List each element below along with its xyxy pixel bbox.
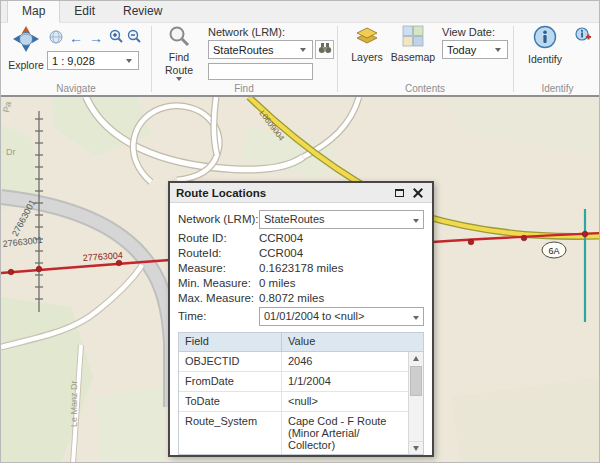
row-field: FromDate (179, 372, 282, 391)
arrow-right-icon: → (89, 30, 103, 46)
ribbon: Explore ← → (1, 23, 599, 95)
dialog-network-combobox[interactable]: StateRoutes (259, 210, 424, 229)
ribbon-group-identify: Identify Identify (514, 23, 600, 95)
contents-group-label: Contents (338, 83, 512, 94)
dialog-network-value: StateRoutes (264, 213, 413, 225)
basemap-button[interactable]: Basemap (390, 24, 436, 82)
fixed-zoom-globe-button[interactable] (47, 29, 65, 47)
value-column-header: Value (282, 333, 423, 351)
tab-edit[interactable]: Edit (60, 1, 109, 22)
close-icon (413, 188, 423, 198)
basemap-button-label: Basemap (391, 52, 435, 63)
row-value: Cape Cod - F Route (Minor Arterial/ Coll… (282, 412, 423, 454)
network-lrm-combobox[interactable]: StateRoutes (208, 40, 313, 59)
row-field: OBJECTID (179, 352, 282, 371)
identify-button[interactable]: Identify (522, 24, 568, 82)
table-row[interactable]: Route_System Cape Cod - F Route (Minor A… (179, 411, 423, 454)
layers-icon (355, 25, 379, 50)
max-measure-row: Max. Measure: 0.8072 miles (178, 290, 424, 305)
row-value: 1/1/2004 (282, 372, 423, 391)
row-field: Route_System (179, 412, 282, 454)
find-route-button[interactable]: Find Route (156, 24, 202, 82)
zoom-out-button[interactable] (125, 29, 143, 47)
routeid-value: CCR004 (259, 247, 303, 259)
chevron-down-icon (413, 213, 419, 225)
route-id-value: CCR004 (259, 232, 303, 244)
row-value: 2046 (282, 352, 423, 371)
min-measure-label: Min. Measure: (178, 277, 259, 289)
view-date-label: View Date: (442, 26, 495, 38)
table-row[interactable]: OBJECTID 2046 (179, 352, 423, 371)
zoom-in-button[interactable] (107, 29, 125, 47)
ribbon-group-contents: Layers Basemap View Date: Today Cont (338, 23, 512, 95)
search-routes-button[interactable] (315, 40, 334, 59)
explore-button-label: Explore (8, 60, 44, 71)
route-id-input[interactable] (208, 63, 313, 80)
view-date-value: Today (447, 44, 492, 56)
dialog-title-bar[interactable]: Route Locations (170, 183, 432, 203)
explore-compass-icon (12, 25, 40, 58)
chevron-down-icon (176, 77, 182, 81)
maximize-button[interactable] (391, 185, 407, 200)
binoculars-icon (318, 42, 332, 57)
next-extent-button[interactable]: → (87, 29, 105, 47)
attribute-table: Field Value OBJECTID 2046 FromDate 1/1/2… (178, 332, 424, 455)
measure-label: Measure: (178, 262, 259, 274)
zoom-out-icon (127, 29, 142, 47)
find-route-label-line1: Find (169, 52, 189, 63)
identify-group-label: Identify (514, 83, 600, 94)
rail-route-label-2: 27663001 (2, 235, 43, 249)
time-value: 01/01/2004 to <null> (264, 310, 413, 322)
street-label-pa: Pa (1, 101, 13, 114)
row-value: <null> (282, 392, 423, 411)
scroll-down-arrow-icon[interactable] (409, 441, 423, 454)
identify-plus-icon (575, 27, 591, 46)
maximize-icon (395, 189, 404, 197)
scrollbar-thumb[interactable] (410, 366, 422, 396)
dialog-body: Network (LRM): StateRoutes Route ID: CCR… (170, 203, 432, 455)
identify-plus-button[interactable] (574, 27, 592, 45)
tab-map[interactable]: Map (7, 0, 60, 23)
table-row[interactable]: FromDate 1/1/2004 (179, 371, 423, 391)
scroll-up-arrow-icon[interactable] (409, 352, 423, 365)
min-measure-value: 0 miles (259, 277, 295, 289)
layers-button-label: Layers (351, 52, 383, 63)
table-scrollbar[interactable] (408, 352, 423, 454)
table-row[interactable]: ToDate <null> (179, 391, 423, 411)
find-group-label: Find (152, 83, 336, 94)
time-label: Time: (178, 310, 259, 322)
view-date-combobox[interactable]: Today (442, 40, 508, 59)
network-lrm-label: Network (LRM): (208, 26, 285, 38)
navigate-group-label: Navigate (1, 83, 151, 94)
dialog-title: Route Locations (176, 187, 388, 199)
layers-button[interactable]: Layers (346, 24, 388, 82)
close-button[interactable] (410, 185, 426, 200)
route-id-row: Route ID: CCR004 (178, 230, 424, 245)
find-route-magnifier-icon (168, 25, 190, 50)
attribute-table-header: Field Value (179, 333, 423, 352)
time-row: Time: 01/01/2004 to <null> (178, 305, 424, 327)
routeid-label: RouteId: (178, 247, 259, 259)
chevron-down-icon (123, 59, 134, 63)
map-scale-combobox[interactable]: 1 : 9,028 (47, 51, 139, 70)
min-measure-row: Min. Measure: 0 miles (178, 275, 424, 290)
map-scale-value: 1 : 9,028 (52, 55, 123, 67)
find-route-label-line2: Route (165, 65, 193, 76)
row-field: ToDate (179, 392, 282, 411)
explore-button[interactable]: Explore (3, 24, 49, 82)
time-combobox[interactable]: 01/01/2004 to <null> (259, 307, 424, 326)
network-row: Network (LRM): StateRoutes (178, 208, 424, 230)
route-id-label: Route ID: (178, 232, 259, 244)
chevron-down-icon (297, 48, 308, 52)
network-lrm-value: StateRoutes (213, 44, 297, 56)
ribbon-group-find: Find Route Network (LRM): StateRoutes Fi… (152, 23, 336, 95)
previous-extent-button[interactable]: ← (67, 29, 85, 47)
identify-info-icon (533, 25, 557, 52)
tab-review[interactable]: Review (109, 1, 176, 22)
arrow-left-icon: ← (69, 30, 83, 46)
street-label-lemanz: Le Manz Dr (69, 380, 79, 427)
route-shield: 6A (542, 242, 566, 258)
street-label-dr: Dr (6, 147, 16, 157)
measure-value: 0.1623178 miles (259, 262, 343, 274)
max-measure-label: Max. Measure: (178, 292, 259, 304)
